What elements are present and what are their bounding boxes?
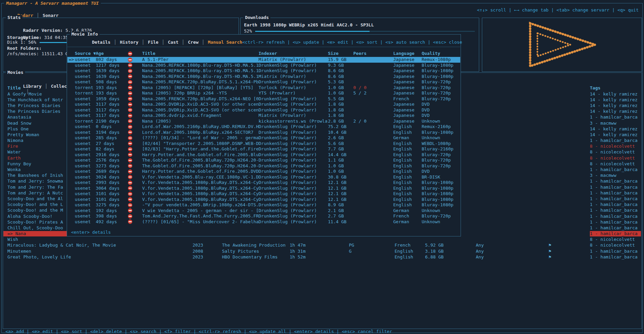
movie-runtime: 1h 47m bbox=[290, 243, 349, 248]
release-indexer: DrunkenSlug (Prowlarr) bbox=[259, 135, 328, 141]
movie-tags: 1 - hamilcar_barca bbox=[590, 114, 641, 120]
release-row[interactable]: usenet 2576 days The.Goblet.Of.Fire.2005… bbox=[67, 158, 460, 163]
release-size: 8.6 GB bbox=[328, 68, 353, 74]
movie-info-tab[interactable]: History bbox=[110, 40, 138, 45]
release-title: Nana.2005.FRENCH.720p.BluRay.DTS.x264-NE… bbox=[142, 96, 259, 102]
movie-row[interactable]: Wish 8 - nicolecolvett bbox=[3, 237, 641, 243]
downloads-panel-title: Downloads bbox=[243, 15, 270, 20]
release-age: 3117 days bbox=[96, 102, 128, 107]
release-row[interactable]: usenet 398 days Tom.And.Jerry.The.Fast.A… bbox=[67, 213, 460, 219]
movie-tags: 1 - hamilcar_barca bbox=[590, 196, 641, 202]
source-column-header[interactable]: Source ▼ bbox=[75, 51, 96, 56]
selection-marker: => bbox=[69, 57, 75, 62]
release-age: 1059 days bbox=[96, 96, 128, 102]
release-row[interactable]: usenet 492 days (????) [01/65] - "Miss U… bbox=[67, 219, 460, 225]
release-age: 508 days bbox=[96, 79, 128, 85]
release-title: (????) [01/65] - "Miss Undercover 2- Fab… bbox=[142, 219, 259, 225]
rejected-icon bbox=[128, 130, 132, 134]
release-row[interactable]: usenet 3275 days -"V pour vendetta.2005.… bbox=[67, 202, 460, 208]
release-row[interactable]: => usenet 802 days A 5.1-PTer Miatrix (P… bbox=[67, 57, 460, 63]
release-row[interactable]: torrent 193 days Nana (2005) 720p BRRip … bbox=[67, 90, 460, 96]
release-row[interactable]: usenet 3101 days V.for.Vendetta.2005.108… bbox=[67, 191, 460, 197]
release-row[interactable]: usenet 1639 days Nana.2005.REPACK.1080p.… bbox=[67, 68, 460, 74]
movie-row[interactable]: Miraculous: Ladybug & Cat Noir, The Movi… bbox=[3, 243, 641, 248]
release-language: German bbox=[393, 135, 422, 141]
movie-info-tab[interactable]: Crew bbox=[178, 40, 198, 45]
release-quality: Unknown bbox=[422, 208, 460, 213]
servarr-tab[interactable]: Sonarr bbox=[33, 13, 59, 18]
release-size: 12.1 GB bbox=[328, 191, 353, 196]
release-row[interactable]: usenet 2689 days Harry.Potter.and.the.Go… bbox=[67, 169, 460, 174]
release-row[interactable]: usenet 3117 days nana.2005.dvdrip.xvid.f… bbox=[67, 113, 460, 119]
release-row[interactable]: usenet 82 days [02/83] "Harry.Potter.and… bbox=[67, 146, 460, 152]
release-row[interactable]: usenet 3024 days V.for.Vendetta.2005.Blu… bbox=[67, 174, 460, 180]
release-quality: Remux-1080p bbox=[422, 57, 460, 62]
release-row[interactable]: usenet 3117 days Nana.2005.DVDRip.XviD.A… bbox=[67, 107, 460, 113]
release-language: Japanese bbox=[393, 68, 422, 74]
movie-info-tab[interactable]: Manual Search bbox=[198, 40, 242, 45]
release-row[interactable]: usenet 0 days Lord.of.War.2005.2160p.Blu… bbox=[67, 124, 460, 130]
release-age: 3273 days bbox=[96, 163, 128, 169]
release-row[interactable]: usenet 1217 days Nana.2005.REPACK.1080p.… bbox=[67, 63, 460, 68]
release-row[interactable]: torrent 193 days Nana (2005) [REPACK] [7… bbox=[67, 85, 460, 91]
release-quality: DVD bbox=[422, 113, 460, 118]
release-size: 1.8 GB bbox=[328, 102, 353, 107]
release-size: 2.8 GB bbox=[328, 119, 353, 124]
release-age: 2576 days bbox=[96, 158, 128, 163]
movie-row[interactable]: Minutemen 2008 Salty Pictures 1h 31m G E… bbox=[3, 248, 641, 254]
release-row[interactable]: usenet 3064 days V.for.Vendetta.2005.108… bbox=[67, 186, 460, 191]
release-indexer: DrunkenSlug (Prowlarr) bbox=[259, 213, 328, 219]
release-quality: Remux-2160p bbox=[422, 124, 460, 129]
release-row[interactable]: usenet 3117 days Nana.2005.DVDRip.XviD.A… bbox=[67, 102, 460, 107]
release-indexer: Miatrix (Prowlarr) bbox=[259, 74, 328, 79]
release-language: English bbox=[393, 163, 422, 169]
release-title: V.for.Vendetta.2005.1080p.BluRay.DTS.x26… bbox=[142, 197, 259, 202]
movie-year: 2023 bbox=[193, 254, 222, 260]
release-row[interactable]: usenet 2993 days V.for.Vendetta.2005.108… bbox=[67, 180, 460, 186]
release-language: English bbox=[393, 124, 422, 129]
indexer-column-header: Indexer bbox=[259, 51, 328, 56]
movie-tags: 14 - kelly ramirez bbox=[590, 109, 641, 114]
release-source: usenet bbox=[75, 79, 96, 85]
release-age: 2916 days bbox=[96, 152, 128, 158]
release-row[interactable]: usenet 2916 days Harry.Potter.and.the.Go… bbox=[67, 152, 460, 158]
release-size: 2.1 GB bbox=[328, 208, 353, 213]
release-row[interactable]: usenet 3194 days Lord.of.War.2005.1080p.… bbox=[67, 130, 460, 135]
movie-row[interactable]: Great Photo, Lovely Life 2023 HBO Docume… bbox=[3, 254, 641, 260]
release-row[interactable]: usenet 508 days Nana.2005.REPACK.720p.Bl… bbox=[67, 79, 460, 85]
release-row[interactable]: usenet 3273 days The.Goblet.Of.Fire.2005… bbox=[67, 163, 460, 169]
release-row[interactable]: usenet 1639 days Nana.2005.REPACK.1080p.… bbox=[67, 74, 460, 80]
movie-tags: 8 - nicolecolvett bbox=[590, 149, 641, 155]
movie-year: 2008 bbox=[193, 249, 222, 254]
release-indexer: DrunkenSlug (Prowlarr) bbox=[259, 163, 328, 169]
release-row[interactable]: usenet 192 days V wie Vendetta - 2005 - … bbox=[67, 208, 460, 214]
movie-info-tab[interactable]: Cast bbox=[158, 40, 178, 45]
release-size: 9.3 GB bbox=[328, 63, 353, 68]
release-row[interactable]: usenet 27 days [02/44] "Transporter 2.20… bbox=[67, 141, 460, 147]
release-size: 10.4 GB bbox=[328, 130, 353, 135]
movie-info-tab[interactable]: File bbox=[138, 40, 158, 45]
release-age: 3101 days bbox=[96, 191, 128, 196]
rejected-icon bbox=[128, 113, 132, 118]
download-progress-label: 52% bbox=[244, 28, 252, 34]
release-language: German bbox=[393, 208, 422, 213]
release-row[interactable]: usenet 285 days (????) [01/34] - "Lord o… bbox=[67, 135, 460, 141]
release-quality: Unknown bbox=[422, 135, 460, 141]
release-indexer: DrunkenSlug (Prowlarr) bbox=[259, 186, 328, 191]
movie-tags: 1 - hamilcar_barca bbox=[590, 138, 641, 143]
release-title: [02/83] "Harry.Potter.and.the.Goblet.of.… bbox=[142, 146, 259, 152]
release-language: Japanese bbox=[393, 90, 422, 96]
movie-tags: 14 - kelly ramirez bbox=[590, 126, 641, 132]
release-source: usenet bbox=[75, 174, 96, 180]
release-row[interactable]: torrent 2190 days Nana (2005) kickasstor… bbox=[67, 119, 460, 124]
release-source: usenet bbox=[75, 96, 96, 102]
movies-panel-title: Movies bbox=[6, 70, 25, 75]
release-language: English bbox=[393, 152, 422, 158]
movie-tags: 1 - hamilcar_barca bbox=[590, 202, 641, 207]
release-row[interactable]: usenet 1059 days Nana.2005.FRENCH.720p.B… bbox=[67, 96, 460, 102]
release-indexer: kickasstorrents.ws (Prowlarr bbox=[259, 119, 328, 124]
movie-tags: 8 - nicolecolvett bbox=[590, 161, 641, 167]
movie-info-tab[interactable]: Details bbox=[92, 40, 111, 45]
managarr-logo-icon bbox=[524, 20, 600, 69]
release-row[interactable]: usenet 3101 days V.for.Vendetta.2005.108… bbox=[67, 197, 460, 203]
